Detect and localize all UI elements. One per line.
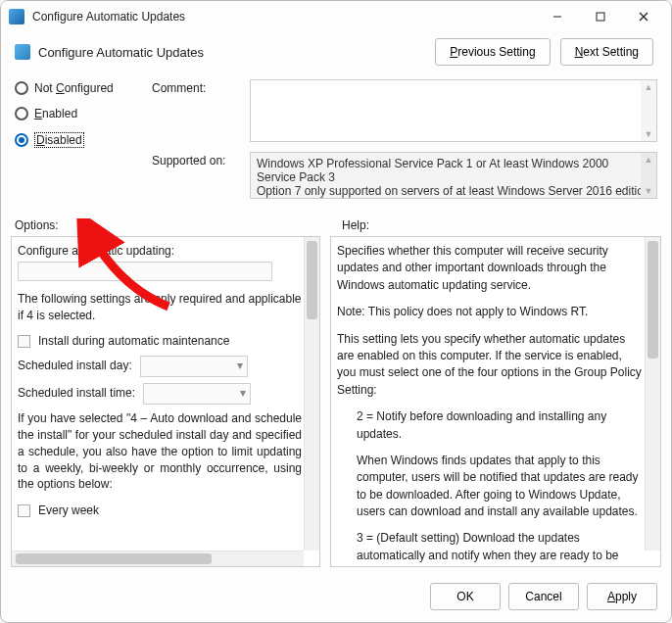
checkbox-icon [18,335,30,348]
supported-text: Windows XP Professional Service Pack 1 o… [250,152,657,199]
scrollbar-vertical[interactable] [645,237,660,551]
page-title: Configure Automatic Updates [38,45,435,60]
dialog-window: Configure Automatic Updates Configure Au… [0,0,672,623]
radio-icon [15,133,28,147]
scrollbar-thumb[interactable] [307,241,317,319]
radio-label: Not Configured [34,81,114,95]
help-paragraph: Specifies whether this computer will rec… [337,243,643,294]
scrollbar-horizontal[interactable] [12,551,304,566]
next-setting-button[interactable]: Next Setting [560,38,653,66]
app-icon [9,9,24,24]
top-section: Not Configured Enabled Disabled Comment: [1,70,671,213]
help-label: Help: [342,218,657,232]
configure-updating-label: Configure automatic updating: [18,243,302,260]
every-week-label: Every week [38,503,99,519]
help-paragraph: 3 = (Default setting) Download the updat… [337,530,643,566]
radio-icon [15,81,28,95]
options-label: Options: [15,218,328,232]
sched-day-select[interactable]: ▾ [140,356,248,377]
help-panel: Specifies whether this computer will rec… [330,236,661,567]
minimize-button[interactable] [538,3,577,30]
options-panel: Configure automatic updating: The follow… [11,236,320,567]
scrollbar-thumb[interactable] [648,241,658,359]
scroll-down-icon: ▼ [641,184,656,198]
every-week-row[interactable]: Every week [18,503,302,519]
options-body: Configure automatic updating: The follow… [12,237,319,566]
radio-not-configured[interactable]: Not Configured [15,75,142,101]
titlebar: Configure Automatic Updates [1,1,671,32]
sched-time-label: Scheduled install time: [18,385,135,402]
meta-column: Comment: ▲ ▼ Supported on: Windows XP Pr… [152,75,657,209]
help-paragraph: This setting lets you specify whether au… [337,331,643,400]
sched-note: If you have selected "4 – Auto download … [18,410,302,493]
maximize-button[interactable] [581,3,620,30]
nav-buttons: Previous Setting Next Setting [435,38,653,66]
scrollbar-thumb[interactable] [16,553,212,564]
configure-updating-select[interactable] [18,262,272,281]
svg-rect-1 [597,13,604,21]
radio-disabled[interactable]: Disabled [15,126,142,154]
comment-row: Comment: ▲ ▼ [152,79,657,142]
supported-label: Supported on: [152,152,240,199]
comment-label: Comment: [152,79,240,142]
sched-day-label: Scheduled install day: [18,358,132,374]
radio-enabled[interactable]: Enabled [15,101,142,126]
scroll-up-icon: ▲ [641,153,656,167]
help-paragraph: When Windows finds updates that apply to… [337,453,643,521]
policy-icon [15,44,30,60]
close-icon [639,12,648,22]
footer: OK Cancel Apply [1,573,671,622]
help-paragraph: 2 = Notify before downloading and instal… [337,408,643,443]
checkbox-icon [18,504,30,517]
install-maintenance-row[interactable]: Install during automatic maintenance [18,333,302,350]
scroll-down-icon: ▼ [641,127,656,141]
supported-row: Supported on: Windows XP Professional Se… [152,152,657,199]
chevron-down-icon: ▾ [240,385,246,402]
apply-button[interactable]: Apply [587,583,657,610]
radio-label: Enabled [34,107,77,120]
maximize-icon [596,12,605,22]
header-row: Configure Automatic Updates Previous Set… [1,32,671,70]
state-column: Not Configured Enabled Disabled [15,75,142,209]
sched-day-row: Scheduled install day: ▾ [18,356,302,377]
radio-label: Disabled [34,132,84,148]
scrollbar-vertical[interactable]: ▲ ▼ [641,153,656,198]
comment-input[interactable]: ▲ ▼ [250,79,657,142]
scrollbar-vertical[interactable] [304,237,319,551]
required-note: The following settings are only required… [18,291,302,322]
panels: Configure automatic updating: The follow… [1,236,671,573]
sched-time-select[interactable]: ▾ [143,383,251,405]
scrollbar-vertical[interactable]: ▲ ▼ [641,80,656,141]
window-title: Configure Automatic Updates [32,10,538,24]
ok-button[interactable]: OK [430,583,501,610]
help-paragraph: Note: This policy does not apply to Wind… [337,304,643,320]
minimize-icon [552,12,562,22]
previous-setting-button[interactable]: Previous Setting [435,38,550,66]
radio-icon [15,107,28,120]
sched-time-row: Scheduled install time: ▾ [18,383,302,405]
mid-labels: Options: Help: [1,213,671,236]
chevron-down-icon: ▾ [237,358,243,374]
install-maintenance-label: Install during automatic maintenance [38,333,229,350]
window-controls [538,3,663,30]
configure-updating-group: Configure automatic updating: [18,243,302,281]
close-button[interactable] [624,3,663,30]
scroll-up-icon: ▲ [641,80,656,94]
cancel-button[interactable]: Cancel [508,583,579,610]
help-body: Specifies whether this computer will rec… [331,237,660,566]
